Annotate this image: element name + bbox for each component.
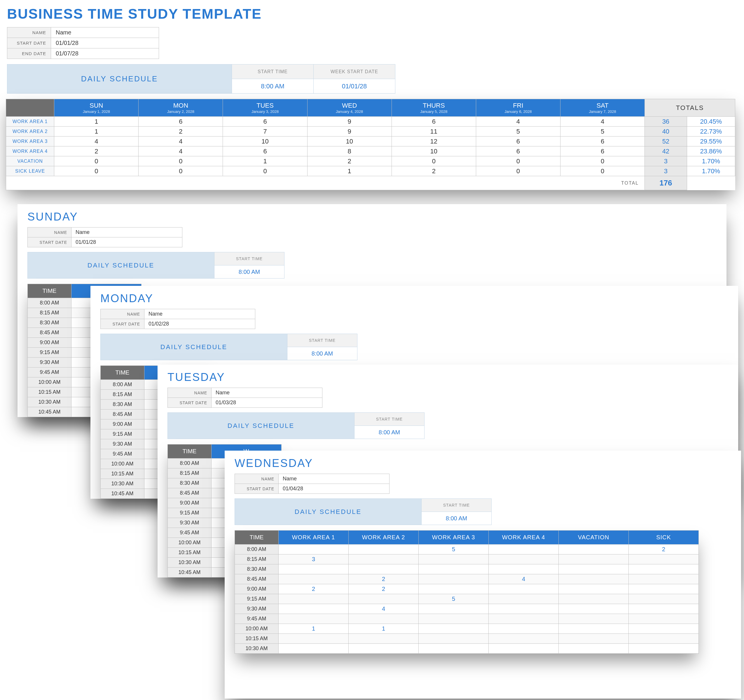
data-cell[interactable] [419, 614, 489, 624]
data-cell[interactable] [629, 614, 699, 624]
data-cell[interactable]: 1 [349, 624, 419, 634]
data-cell[interactable]: 6 [560, 146, 644, 156]
data-cell[interactable]: 0 [560, 156, 644, 166]
data-cell[interactable] [419, 644, 489, 654]
data-cell[interactable] [489, 604, 559, 614]
data-cell[interactable]: 5 [419, 594, 489, 604]
meta-enddate-value[interactable]: 01/07/28 [51, 48, 159, 59]
data-cell[interactable]: 8 [307, 146, 391, 156]
data-cell[interactable] [419, 574, 489, 584]
data-cell[interactable]: 2 [391, 166, 476, 176]
data-cell[interactable] [349, 564, 419, 574]
data-cell[interactable]: 4 [138, 146, 223, 156]
data-cell[interactable] [279, 574, 349, 584]
data-cell[interactable]: 10 [223, 137, 307, 146]
data-cell[interactable] [629, 564, 699, 574]
meta-startdate-value[interactable]: 01/01/28 [51, 38, 159, 48]
data-cell[interactable]: 5 [419, 544, 489, 554]
data-cell[interactable]: 4 [560, 117, 644, 126]
data-cell[interactable]: 0 [54, 166, 138, 176]
data-cell[interactable]: 4 [349, 604, 419, 614]
data-cell[interactable]: 1 [279, 624, 349, 634]
ds-start-time-value[interactable]: 8:00 AM [232, 79, 314, 94]
data-cell[interactable] [559, 544, 629, 554]
data-cell[interactable]: 6 [476, 146, 560, 156]
meta-name-value[interactable]: Name [51, 27, 159, 38]
data-cell[interactable] [559, 614, 629, 624]
data-cell[interactable]: 0 [560, 166, 644, 176]
data-cell[interactable]: 3 [279, 554, 349, 564]
data-cell[interactable] [279, 564, 349, 574]
data-cell[interactable] [419, 554, 489, 564]
data-cell[interactable]: 2 [349, 574, 419, 584]
data-cell[interactable]: 9 [307, 117, 391, 126]
data-cell[interactable] [349, 554, 419, 564]
data-cell[interactable]: 1 [54, 126, 138, 137]
data-cell[interactable]: 4 [476, 117, 560, 126]
data-cell[interactable] [349, 594, 419, 604]
data-cell[interactable]: 0 [476, 156, 560, 166]
data-cell[interactable] [559, 604, 629, 614]
data-cell[interactable]: 2 [307, 156, 391, 166]
data-cell[interactable] [279, 644, 349, 654]
data-cell[interactable] [279, 594, 349, 604]
data-cell[interactable]: 0 [223, 166, 307, 176]
data-cell[interactable] [559, 624, 629, 634]
data-cell[interactable] [489, 554, 559, 564]
data-cell[interactable] [489, 544, 559, 554]
data-cell[interactable]: 2 [629, 544, 699, 554]
data-cell[interactable]: 5 [560, 126, 644, 137]
data-cell[interactable] [629, 624, 699, 634]
data-cell[interactable] [629, 604, 699, 614]
data-cell[interactable] [559, 594, 629, 604]
data-cell[interactable] [349, 644, 419, 654]
data-cell[interactable]: 0 [138, 156, 223, 166]
data-cell[interactable] [489, 594, 559, 604]
data-cell[interactable] [419, 604, 489, 614]
data-cell[interactable]: 2 [349, 584, 419, 594]
data-cell[interactable] [629, 584, 699, 594]
data-cell[interactable] [559, 584, 629, 594]
data-cell[interactable] [419, 624, 489, 634]
data-cell[interactable]: 6 [560, 137, 644, 146]
ds-week-start-value[interactable]: 01/01/28 [314, 79, 395, 94]
data-cell[interactable]: 4 [138, 137, 223, 146]
data-cell[interactable] [349, 614, 419, 624]
data-cell[interactable]: 10 [391, 146, 476, 156]
data-cell[interactable] [629, 644, 699, 654]
data-cell[interactable]: 2 [279, 584, 349, 594]
data-cell[interactable] [559, 554, 629, 564]
data-cell[interactable]: 0 [54, 156, 138, 166]
data-cell[interactable] [559, 564, 629, 574]
data-cell[interactable] [419, 584, 489, 594]
data-cell[interactable]: 5 [476, 126, 560, 137]
data-cell[interactable] [559, 634, 629, 644]
data-cell[interactable]: 6 [223, 146, 307, 156]
data-cell[interactable] [489, 624, 559, 634]
data-cell[interactable]: 0 [476, 166, 560, 176]
data-cell[interactable] [489, 634, 559, 644]
data-cell[interactable]: 6 [223, 117, 307, 126]
data-cell[interactable]: 4 [54, 137, 138, 146]
data-cell[interactable]: 11 [391, 126, 476, 137]
data-cell[interactable] [489, 564, 559, 574]
data-cell[interactable]: 6 [476, 137, 560, 146]
data-cell[interactable] [279, 634, 349, 644]
data-cell[interactable] [559, 574, 629, 584]
data-cell[interactable]: 12 [391, 137, 476, 146]
data-cell[interactable]: 9 [307, 126, 391, 137]
data-cell[interactable]: 4 [489, 574, 559, 584]
data-cell[interactable] [629, 554, 699, 564]
data-cell[interactable] [489, 614, 559, 624]
data-cell[interactable] [279, 604, 349, 614]
data-cell[interactable] [419, 564, 489, 574]
data-cell[interactable]: 2 [138, 126, 223, 137]
data-cell[interactable]: 1 [223, 156, 307, 166]
data-cell[interactable]: 0 [391, 156, 476, 166]
data-cell[interactable] [629, 594, 699, 604]
data-cell[interactable]: 6 [391, 117, 476, 126]
data-cell[interactable] [279, 544, 349, 554]
data-cell[interactable]: 2 [54, 146, 138, 156]
data-cell[interactable]: 1 [307, 166, 391, 176]
data-cell[interactable] [629, 574, 699, 584]
